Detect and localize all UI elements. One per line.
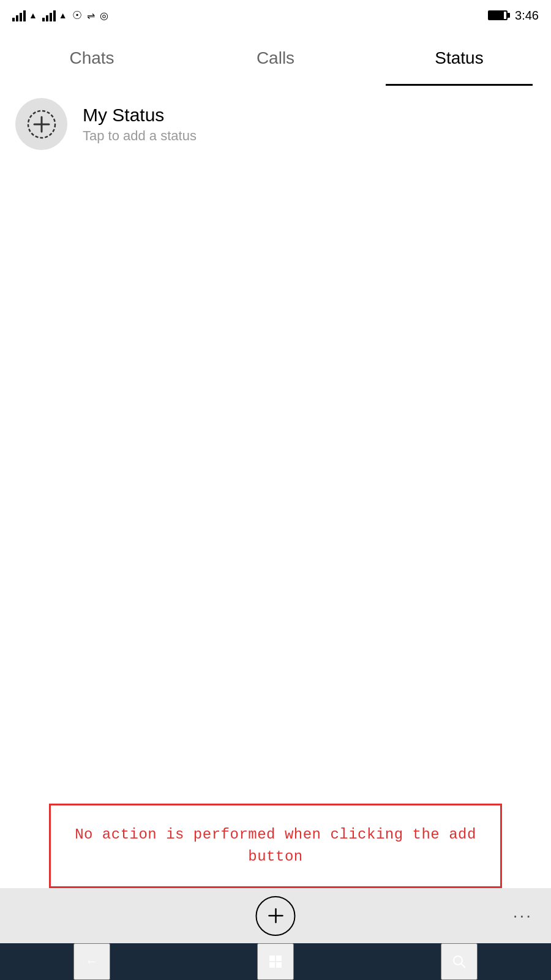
add-status-icon bbox=[26, 109, 57, 140]
search-button[interactable] bbox=[441, 943, 478, 980]
wifi-icon: ☉ bbox=[72, 9, 82, 22]
signal-group-1: ▲ bbox=[12, 9, 37, 21]
status-bar-right: 3:46 bbox=[488, 9, 539, 23]
circle-dot-icon: ◎ bbox=[100, 10, 108, 21]
battery-fill bbox=[489, 12, 504, 19]
tab-status[interactable]: Status bbox=[367, 31, 551, 86]
battery-icon bbox=[488, 10, 508, 20]
my-status-name: My Status bbox=[83, 105, 197, 126]
status-bar-left: ▲ ▲ ☉ ⇌ ◎ bbox=[12, 9, 108, 22]
windows-home-icon bbox=[268, 954, 283, 969]
svg-line-10 bbox=[461, 963, 465, 968]
signal-bars-1 bbox=[12, 9, 26, 21]
add-status-button[interactable] bbox=[256, 896, 296, 936]
search-icon bbox=[452, 954, 467, 969]
notification-box: No action is performed when clicking the… bbox=[49, 804, 502, 888]
home-button[interactable] bbox=[257, 943, 294, 980]
triangle-icon-2: ▲ bbox=[59, 10, 67, 20]
svg-point-9 bbox=[454, 956, 462, 965]
signal-bars-2 bbox=[42, 9, 56, 21]
tab-calls[interactable]: Calls bbox=[184, 31, 367, 86]
status-info: My Status Tap to add a status bbox=[83, 105, 197, 144]
windows-nav-bar: ← bbox=[0, 943, 551, 980]
data-icon: ⇌ bbox=[87, 10, 95, 21]
back-button[interactable]: ← bbox=[73, 943, 110, 980]
svg-rect-6 bbox=[276, 956, 282, 961]
notification-text: No action is performed when clicking the… bbox=[66, 824, 485, 868]
more-options-button[interactable]: ··· bbox=[513, 907, 533, 924]
my-status-row[interactable]: My Status Tap to add a status bbox=[0, 86, 551, 162]
triangle-icon-1: ▲ bbox=[29, 10, 37, 20]
bottom-bar: ··· bbox=[0, 888, 551, 943]
clock: 3:46 bbox=[515, 9, 539, 23]
plus-icon bbox=[266, 907, 285, 925]
tab-chats[interactable]: Chats bbox=[0, 31, 184, 86]
svg-rect-7 bbox=[269, 962, 275, 968]
status-bar: ▲ ▲ ☉ ⇌ ◎ 3:46 bbox=[0, 0, 551, 31]
my-status-hint: Tap to add a status bbox=[83, 128, 197, 144]
status-avatar bbox=[15, 98, 67, 150]
svg-rect-5 bbox=[269, 956, 275, 961]
svg-rect-8 bbox=[276, 962, 282, 968]
signal-group-2: ▲ bbox=[42, 9, 67, 21]
nav-tabs: Chats Calls Status bbox=[0, 31, 551, 86]
